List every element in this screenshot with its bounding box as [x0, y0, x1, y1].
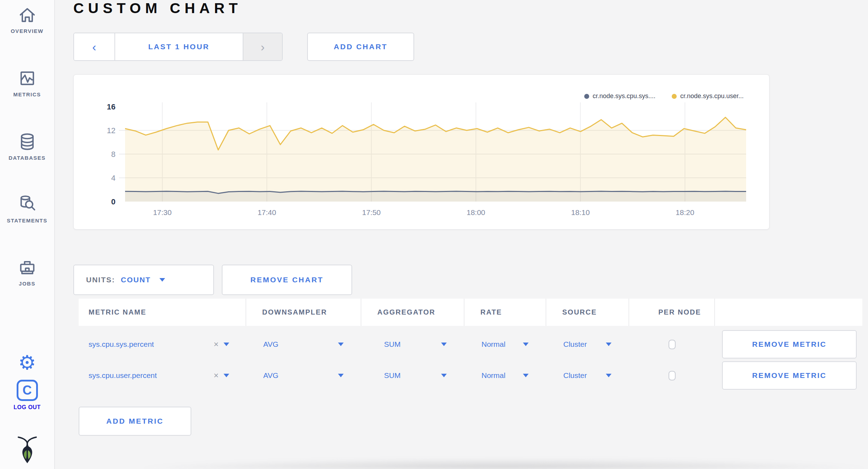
legend-item-cpu-user[interactable]: cr.node.sys.cpu.user...: [672, 92, 744, 100]
time-range-label[interactable]: LAST 1 HOUR: [115, 33, 243, 60]
chevron-down-icon[interactable]: [441, 343, 447, 346]
remove-metric-button[interactable]: REMOVE METRIC: [722, 361, 857, 390]
sidebar: OVERVIEW METRICS DATABASES: [0, 0, 55, 469]
aggregator-select[interactable]: SUM: [384, 371, 401, 380]
column-header-aggregator: AGGREGATOR: [361, 299, 464, 326]
column-header-per-node: PER NODE: [629, 299, 715, 326]
time-prev-button[interactable]: ‹: [74, 33, 115, 60]
sidebar-item-metrics[interactable]: METRICS: [0, 68, 54, 97]
metrics-table-header: METRIC NAME DOWNSAMPLER AGGREGATOR RATE …: [79, 299, 862, 326]
svg-text:12: 12: [107, 126, 115, 135]
svg-text:18:10: 18:10: [571, 208, 590, 216]
svg-text:4: 4: [111, 174, 115, 182]
units-dropdown[interactable]: UNITS: COUNT: [73, 265, 214, 295]
svg-text:18:20: 18:20: [676, 208, 694, 216]
column-header-source: SOURCE: [546, 299, 629, 326]
sidebar-item-label: METRICS: [0, 91, 54, 97]
sidebar-item-databases[interactable]: DATABASES: [0, 132, 54, 161]
legend-dot-cpu-user: [672, 94, 677, 99]
svg-text:16: 16: [107, 102, 115, 111]
databases-icon: [17, 132, 37, 152]
chevron-down-icon[interactable]: [224, 374, 229, 377]
custom-chart-page: CUSTOM CHART ‹ LAST 1 HOUR › ADD CHART 1…: [55, 0, 868, 469]
sidebar-item-label: OVERVIEW: [0, 28, 54, 34]
sidebar-item-label: JOBS: [0, 281, 54, 287]
downsampler-select[interactable]: AVG: [263, 371, 278, 380]
legend-item-cpu-sys[interactable]: cr.node.sys.cpu.sys....: [584, 92, 655, 100]
per-node-checkbox[interactable]: [669, 340, 676, 349]
column-header-actions: [715, 299, 862, 326]
table-row: sys.cpu.user.percent × AVG SUM Normal Cl…: [79, 360, 862, 391]
aggregator-select[interactable]: SUM: [384, 340, 401, 349]
per-node-checkbox[interactable]: [669, 371, 676, 380]
table-row: sys.cpu.sys.percent × AVG SUM Normal Clu…: [79, 329, 862, 360]
cockroach-bug-logo: [0, 435, 54, 465]
svg-text:17:30: 17:30: [153, 208, 172, 216]
sidebar-item-label: DATABASES: [0, 155, 54, 161]
jobs-icon: [17, 258, 37, 277]
svg-text:0: 0: [111, 197, 115, 206]
rate-select[interactable]: Normal: [481, 340, 506, 349]
sidebar-item-overview[interactable]: OVERVIEW: [0, 5, 54, 34]
clear-metric-icon[interactable]: ×: [214, 340, 219, 349]
svg-text:8: 8: [111, 150, 115, 159]
svg-text:17:50: 17:50: [362, 208, 381, 216]
downsampler-select[interactable]: AVG: [263, 340, 278, 349]
chart-legend: cr.node.sys.cpu.sys.... cr.node.sys.cpu.…: [584, 92, 744, 100]
chevron-down-icon[interactable]: [523, 374, 529, 377]
svg-text:18:00: 18:00: [467, 208, 485, 216]
time-range-selector: ‹ LAST 1 HOUR ›: [73, 33, 283, 61]
column-header-downsampler: DOWNSAMPLER: [246, 299, 361, 326]
sidebar-item-logout[interactable]: C LOG OUT: [0, 380, 54, 411]
chevron-down-icon[interactable]: [606, 374, 611, 377]
chevron-down-icon[interactable]: [606, 343, 611, 346]
add-metric-button[interactable]: ADD METRIC: [79, 407, 191, 436]
remove-metric-button[interactable]: REMOVE METRIC: [722, 330, 857, 358]
chevron-down-icon[interactable]: [441, 374, 447, 377]
logout-label: LOG OUT: [0, 404, 54, 411]
metric-name-select[interactable]: sys.cpu.sys.percent: [89, 340, 154, 349]
sidebar-item-label: STATEMENTS: [0, 217, 54, 224]
sidebar-item-jobs[interactable]: JOBS: [0, 258, 54, 287]
home-icon: [17, 5, 37, 25]
chevron-down-icon: [159, 278, 165, 282]
cockroach-c-icon: C: [17, 380, 38, 401]
source-select[interactable]: Cluster: [563, 371, 587, 380]
units-label: UNITS:: [86, 276, 115, 284]
clear-metric-icon[interactable]: ×: [214, 371, 219, 380]
add-chart-button[interactable]: ADD CHART: [307, 33, 414, 61]
chevron-down-icon[interactable]: [338, 374, 344, 377]
legend-dot-cpu-sys: [584, 94, 589, 99]
time-next-button[interactable]: ›: [243, 33, 282, 60]
units-value: COUNT: [121, 276, 151, 284]
chevron-down-icon[interactable]: [523, 343, 529, 346]
rate-select[interactable]: Normal: [481, 371, 506, 380]
remove-chart-button[interactable]: REMOVE CHART: [222, 265, 352, 295]
legend-label: cr.node.sys.cpu.user...: [680, 92, 744, 100]
metrics-icon: [17, 68, 37, 88]
gear-icon[interactable]: ⚙: [18, 351, 36, 374]
metric-name-select[interactable]: sys.cpu.user.percent: [89, 371, 157, 380]
bottom-scroll-shadow: [140, 458, 868, 469]
svg-text:17:40: 17:40: [258, 208, 276, 216]
chevron-down-icon[interactable]: [224, 343, 229, 346]
sidebar-item-statements[interactable]: STATEMENTS: [0, 194, 54, 224]
chart-panel: 17:3017:4017:5018:0018:1018:200481216 cr…: [73, 74, 770, 230]
chevron-down-icon[interactable]: [338, 343, 344, 346]
source-select[interactable]: Cluster: [563, 340, 587, 349]
page-title: CUSTOM CHART: [73, 0, 242, 17]
column-header-rate: RATE: [464, 299, 546, 326]
column-header-metric-name: METRIC NAME: [79, 299, 246, 326]
legend-label: cr.node.sys.cpu.sys....: [593, 92, 655, 100]
statements-icon: [17, 194, 37, 214]
c-badge-letter: C: [23, 383, 32, 398]
